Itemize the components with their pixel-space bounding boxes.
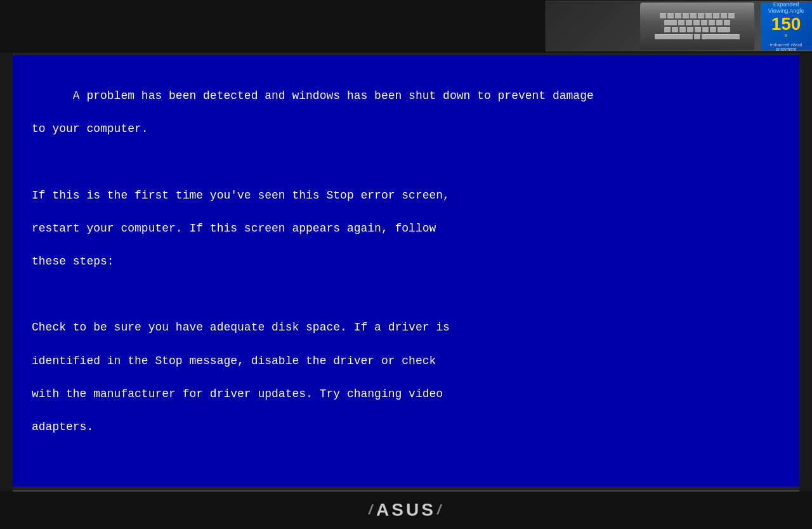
key: [664, 20, 677, 25]
bsod-content: A problem has been detected and windows …: [32, 71, 780, 487]
key: [690, 13, 697, 18]
key: [716, 20, 723, 25]
key: [705, 13, 712, 18]
promo-label: Expanded Viewing Angle: [763, 1, 809, 14]
key: [698, 13, 704, 18]
key: [667, 13, 674, 18]
promo-badge: Expanded Viewing Angle 150 ° enhanced vi…: [761, 3, 811, 50]
key: [724, 20, 730, 25]
key: [728, 13, 735, 18]
screen-frame: A problem has been detected and windows …: [13, 53, 799, 492]
asus-brand-name: ASUS: [376, 500, 436, 520]
asus-slash-decoration2: /: [437, 502, 443, 518]
keyboard-image: [640, 3, 754, 50]
bsod-line6: these steps:: [32, 255, 114, 268]
key: [686, 20, 692, 25]
promo-sublabel: enhanced visual enjoyment: [763, 42, 809, 51]
key: [709, 20, 715, 25]
key: [702, 34, 740, 39]
asus-promo-banner: Expanded Viewing Angle 150 ° enhanced vi…: [546, 1, 812, 51]
bsod-line8: Check to be sure you have adequate disk …: [32, 321, 450, 334]
key: [672, 27, 678, 32]
bottom-bar: / ASUS /: [0, 492, 812, 529]
bsod-line4: If this is the first time you've seen th…: [32, 189, 450, 202]
key: [713, 13, 719, 18]
key: [660, 13, 666, 18]
top-bar: Expanded Viewing Angle 150 ° enhanced vi…: [0, 0, 812, 53]
key: [693, 20, 700, 25]
key: [717, 27, 730, 32]
key: [655, 34, 693, 39]
key: [664, 27, 671, 32]
asus-slash-decoration: /: [369, 502, 375, 518]
key: [701, 20, 707, 25]
key: [679, 27, 686, 32]
bsod-line11: adapters.: [32, 421, 93, 433]
key: [702, 27, 709, 32]
key: [710, 27, 716, 32]
bsod-line2: to your computer.: [32, 122, 148, 135]
key: [694, 34, 700, 39]
bsod-line5: restart your computer. If this screen ap…: [32, 222, 436, 235]
key: [687, 27, 693, 32]
key: [721, 13, 727, 18]
key: [695, 27, 701, 32]
key: [675, 13, 681, 18]
bsod-line1: A problem has been detected and windows …: [73, 89, 594, 102]
bsod-screen: A problem has been detected and windows …: [13, 55, 799, 487]
key: [683, 13, 689, 18]
key: [678, 20, 684, 25]
bsod-line10: with the manufacturer for driver updates…: [32, 388, 443, 400]
bsod-line9: identified in the Stop message, disable …: [32, 355, 436, 367]
promo-number: 150: [771, 15, 801, 33]
asus-logo: / ASUS /: [369, 500, 443, 520]
screen-bezel-bottom: [13, 487, 799, 492]
promo-unit: °: [785, 33, 787, 41]
